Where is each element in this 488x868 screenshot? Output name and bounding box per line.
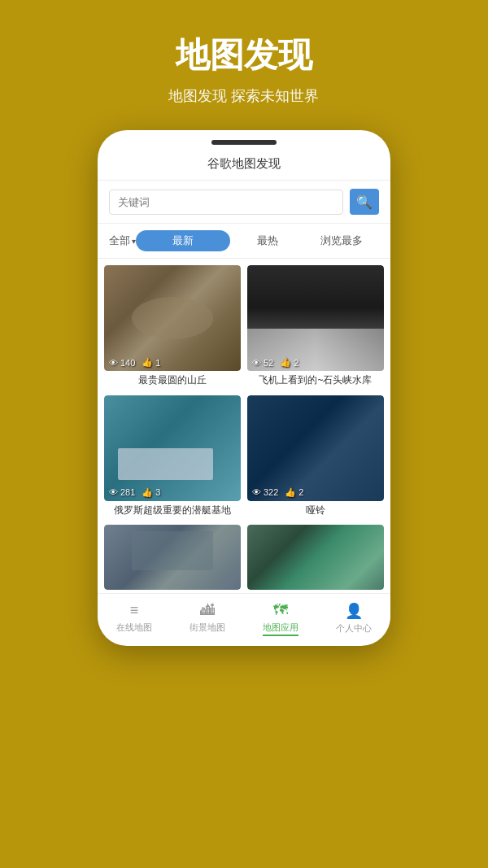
app-title: 谷歌地图发现 xyxy=(207,156,281,170)
satellite-image-4 xyxy=(247,395,384,501)
like-count-1: 👍 1 xyxy=(142,357,160,368)
like-icon-4: 👍 xyxy=(285,487,296,498)
nav-item-street-view[interactable]: 🏙 街景地图 xyxy=(171,600,244,638)
grid-item-4[interactable]: 👁 322 👍 2 哑铃 xyxy=(247,395,384,519)
filter-all-label: 全部 xyxy=(109,233,130,248)
content-grid: 👁 140 👍 1 最贵最圆的山丘 xyxy=(98,259,390,525)
eye-icon-4: 👁 xyxy=(252,487,261,497)
partial-row xyxy=(98,525,390,593)
view-count-4: 👁 322 xyxy=(252,487,278,497)
item-label-3: 俄罗斯超级重要的潜艇基地 xyxy=(104,501,241,519)
grid-image-4: 👁 322 👍 2 xyxy=(247,395,384,501)
partial-item-1[interactable] xyxy=(104,525,241,590)
grid-image-3: 👁 281 👍 3 xyxy=(104,395,241,501)
nav-item-profile[interactable]: 👤 个人中心 xyxy=(317,600,390,638)
item-label-2: 飞机上看到的~石头峡水库 xyxy=(247,371,384,389)
eye-icon-3: 👁 xyxy=(109,487,118,497)
grid-item-3[interactable]: 👁 281 👍 3 俄罗斯超级重要的潜艇基地 xyxy=(104,395,241,519)
street-view-icon: 🏙 xyxy=(200,602,215,619)
nav-label-street-view: 街景地图 xyxy=(190,622,225,634)
stats-overlay-3: 👁 281 👍 3 xyxy=(109,487,160,498)
partial-image-1 xyxy=(104,525,241,590)
filter-tab-hottest[interactable]: 最热 xyxy=(230,230,305,251)
satellite-image-6 xyxy=(247,525,384,590)
filter-tab-newest[interactable]: 最新 xyxy=(136,230,230,251)
nav-label-profile: 个人中心 xyxy=(336,622,372,635)
eye-icon-1: 👁 xyxy=(109,358,118,368)
like-count-2: 👍 2 xyxy=(280,357,298,368)
satellite-image-2 xyxy=(247,265,384,371)
grid-item-2[interactable]: 👁 52 👍 2 飞机上看到的~石头峡水库 xyxy=(247,265,384,389)
menu-icon: ≡ xyxy=(130,602,139,619)
filter-tabs: 全部 ▾ 最新 最热 浏览最多 xyxy=(98,224,390,259)
phone-content: 谷歌地图发现 🔍 全部 ▾ 最新 最热 浏览最多 xyxy=(98,145,390,646)
nav-item-online-map[interactable]: ≡ 在线地图 xyxy=(98,600,171,638)
like-count-4: 👍 2 xyxy=(285,487,303,498)
nav-label-map-apps: 地图应用 xyxy=(263,622,298,636)
like-icon-1: 👍 xyxy=(142,357,153,368)
partial-item-2[interactable] xyxy=(247,525,384,590)
page-title: 地图发现 xyxy=(168,33,319,78)
stats-overlay-4: 👁 322 👍 2 xyxy=(252,487,303,498)
search-icon: 🔍 xyxy=(356,194,373,210)
item-label-4: 哑铃 xyxy=(247,501,384,519)
stats-overlay-2: 👁 52 👍 2 xyxy=(252,357,298,368)
grid-image-2: 👁 52 👍 2 xyxy=(247,265,384,371)
eye-icon-2: 👁 xyxy=(252,358,261,368)
search-button[interactable]: 🔍 xyxy=(350,189,379,215)
view-count-3: 👁 281 xyxy=(109,487,135,497)
header-section: 地图发现 地图发现 探索未知世界 xyxy=(152,0,335,122)
satellite-image-1 xyxy=(104,265,241,371)
search-input[interactable] xyxy=(109,190,343,215)
page-subtitle: 地图发现 探索未知世界 xyxy=(168,86,319,106)
app-title-bar: 谷歌地图发现 xyxy=(98,145,390,181)
item-label-1: 最贵最圆的山丘 xyxy=(104,371,241,389)
view-count-2: 👁 52 xyxy=(252,358,273,368)
grid-image-1: 👁 140 👍 1 xyxy=(104,265,241,371)
search-bar: 🔍 xyxy=(98,181,390,224)
nav-item-map-apps[interactable]: 🗺 地图应用 xyxy=(244,600,317,638)
partial-image-2 xyxy=(247,525,384,590)
profile-icon: 👤 xyxy=(345,602,363,620)
like-icon-2: 👍 xyxy=(280,357,291,368)
filter-tab-all[interactable]: 全部 ▾ xyxy=(109,233,136,248)
stats-overlay-1: 👁 140 👍 1 xyxy=(109,357,160,368)
phone-frame: 谷歌地图发现 🔍 全部 ▾ 最新 最热 浏览最多 xyxy=(98,130,390,646)
like-icon-3: 👍 xyxy=(142,487,153,498)
like-count-3: 👍 3 xyxy=(142,487,160,498)
map-apps-icon: 🗺 xyxy=(273,602,288,619)
nav-label-online-map: 在线地图 xyxy=(116,622,152,634)
grid-item-1[interactable]: 👁 140 👍 1 最贵最圆的山丘 xyxy=(104,265,241,389)
satellite-image-5 xyxy=(104,525,241,590)
bottom-nav: ≡ 在线地图 🏙 街景地图 🗺 地图应用 👤 个人中心 xyxy=(98,593,390,646)
view-count-1: 👁 140 xyxy=(109,358,135,368)
filter-tab-most-viewed[interactable]: 浏览最多 xyxy=(304,230,379,251)
satellite-image-3 xyxy=(104,395,241,501)
